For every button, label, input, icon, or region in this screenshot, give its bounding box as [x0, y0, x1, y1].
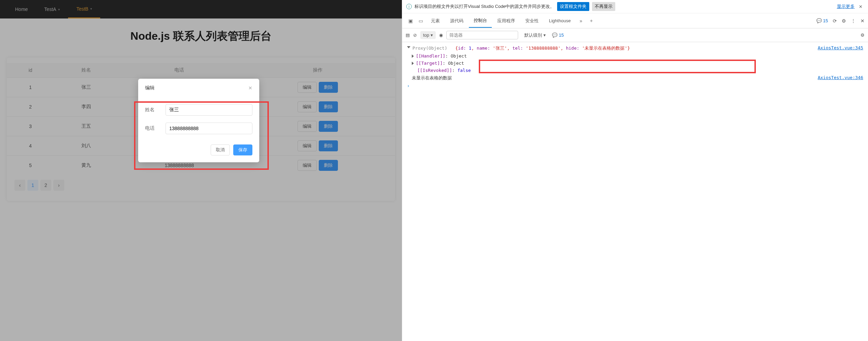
devtools-tabs: ▣ ▭ 元素 源代码 控制台 应用程序 安全性 Lighthouse » ＋ 💬…	[402, 13, 868, 28]
console-line[interactable]: [[Handler]]: Object	[402, 52, 868, 60]
info-icon: i	[406, 4, 412, 9]
eye-icon[interactable]: ◉	[439, 33, 443, 38]
console-line: 未显示在表格的数据 AxiosTest.vue:346	[402, 74, 868, 82]
modal-mask[interactable]	[0, 0, 402, 341]
show-more-link[interactable]: 显示更多	[837, 3, 855, 10]
tab-sources[interactable]: 源代码	[445, 14, 468, 27]
context-select[interactable]: top ▾	[420, 31, 436, 39]
sync-icon[interactable]: ⟳	[833, 18, 837, 24]
kebab-icon[interactable]: ⋮	[851, 18, 856, 24]
name-label: 姓名	[145, 107, 166, 113]
console-output: Proxy(Object) {id: 1, name: '张三', tel: '…	[402, 42, 868, 341]
gear-icon[interactable]: ⚙	[842, 18, 846, 24]
tab-lighthouse[interactable]: Lighthouse	[544, 15, 576, 27]
cancel-button[interactable]: 取消	[211, 144, 230, 155]
source-link[interactable]: AxiosTest.vue:345	[811, 45, 863, 50]
set-root-button[interactable]: 设置根文件夹	[557, 2, 589, 11]
filter-input[interactable]	[446, 31, 518, 39]
filter-issues-badge[interactable]: 💬 15	[552, 33, 564, 38]
console-line: [[IsRevoked]]: false	[402, 67, 868, 74]
devtools-pane: i 标识项目的根文件夹以打开Visual Studio Code中的源文件并同步…	[402, 0, 868, 341]
devtools-banner: i 标识项目的根文件夹以打开Visual Studio Code中的源文件并同步…	[402, 0, 868, 13]
tel-label: 电话	[145, 125, 166, 131]
tab-application[interactable]: 应用程序	[492, 14, 520, 27]
inspect-icon[interactable]: ▣	[406, 18, 415, 24]
console-toolbar: ▤ ⊘ top ▾ ◉ 默认级别 ▾ 💬 15 ⚙	[402, 28, 868, 42]
dont-show-button[interactable]: 不再显示	[592, 2, 615, 11]
more-tabs-icon[interactable]: »	[576, 18, 586, 24]
console-line[interactable]: [[Target]]: Object	[402, 60, 868, 67]
banner-text: 标识项目的根文件夹以打开Visual Studio Code中的源文件并同步更改…	[415, 3, 554, 10]
issues-badge[interactable]: 💬 15	[816, 18, 828, 23]
source-link[interactable]: AxiosTest.vue:346	[811, 75, 863, 80]
tab-console[interactable]: 控制台	[469, 14, 492, 28]
console-gear-icon[interactable]: ⚙	[860, 33, 865, 38]
expand-icon[interactable]	[407, 46, 410, 48]
name-input[interactable]	[166, 104, 252, 116]
devtools-close-icon[interactable]: ✕	[860, 18, 865, 24]
console-prompt[interactable]: ›	[402, 82, 868, 89]
level-select[interactable]: 默认级别 ▾	[522, 31, 549, 40]
clear-console-icon[interactable]: ⊘	[413, 33, 417, 38]
tel-input[interactable]	[166, 123, 252, 134]
console-line[interactable]: Proxy(Object) {id: 1, name: '张三', tel: '…	[402, 44, 868, 52]
sidebar-toggle-icon[interactable]: ▤	[406, 33, 410, 38]
banner-close-icon[interactable]: ✕	[857, 4, 864, 9]
modal-title: 编辑	[145, 85, 155, 91]
expand-icon[interactable]	[412, 54, 414, 58]
expand-icon[interactable]	[412, 62, 414, 65]
close-icon[interactable]: ✕	[248, 85, 252, 91]
tab-elements[interactable]: 元素	[426, 14, 445, 27]
edit-modal: 编辑 ✕ 姓名 电话 取消 保存	[138, 79, 259, 162]
save-button[interactable]: 保存	[233, 144, 252, 155]
tab-security[interactable]: 安全性	[521, 14, 543, 27]
new-tab-icon[interactable]: ＋	[587, 18, 596, 24]
device-icon[interactable]: ▭	[416, 18, 425, 24]
